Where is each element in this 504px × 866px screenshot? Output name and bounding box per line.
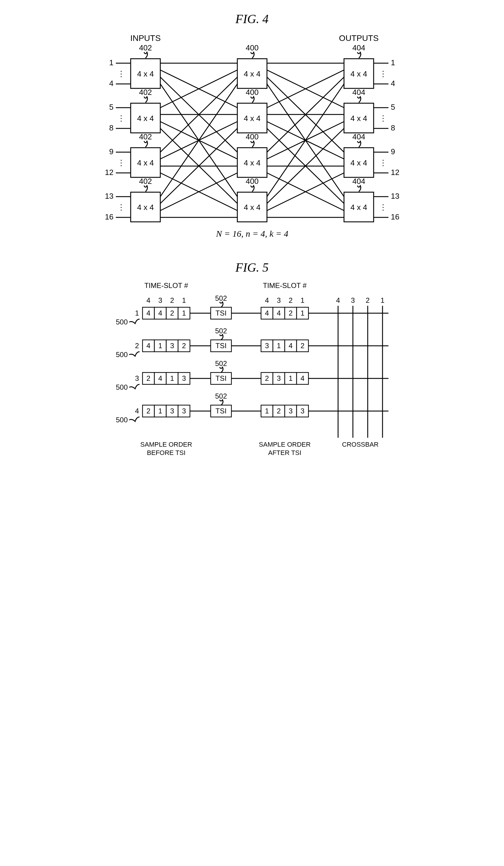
fig5-rows: 15004421502TSI442125004132502TSI31423500… [116, 294, 388, 424]
svg-text:1: 1 [109, 58, 113, 67]
svg-text:1: 1 [300, 309, 304, 317]
svg-text:404: 404 [352, 132, 365, 141]
svg-text:502: 502 [215, 327, 227, 335]
svg-text:3: 3 [289, 407, 293, 415]
svg-text:9: 9 [391, 147, 395, 156]
svg-text:16: 16 [105, 212, 114, 221]
figure-4: FIG. 4 INPUTS OUTPUTS [12, 12, 492, 243]
fig4-svg: INPUTS OUTPUTS [104, 29, 400, 243]
svg-text:2: 2 [366, 296, 369, 304]
before-label-1: SAMPLE ORDER [140, 441, 192, 448]
svg-text:2: 2 [170, 309, 174, 317]
svg-text:⋮: ⋮ [117, 114, 125, 123]
svg-text:4: 4 [277, 309, 280, 317]
crossbar-label: CROSSBAR [342, 441, 378, 448]
svg-text:502: 502 [215, 294, 227, 302]
ts-label-right: TIME-SLOT # [263, 281, 307, 289]
svg-text:404: 404 [352, 88, 365, 97]
ts-header-right: 4 3 2 1 [265, 296, 304, 304]
outputs-label: OUTPUTS [339, 34, 379, 43]
svg-text:13: 13 [105, 192, 114, 200]
svg-text:8: 8 [109, 123, 113, 132]
svg-text:2: 2 [146, 374, 150, 382]
svg-text:4 x 4: 4 x 4 [350, 114, 367, 123]
svg-text:400: 400 [245, 177, 259, 186]
svg-text:3: 3 [170, 407, 174, 415]
svg-text:4 x 4: 4 x 4 [243, 69, 260, 78]
svg-text:500: 500 [116, 351, 127, 358]
svg-text:500: 500 [116, 318, 127, 326]
svg-text:402: 402 [139, 43, 152, 52]
svg-text:4: 4 [391, 79, 395, 88]
svg-text:4: 4 [336, 296, 340, 304]
svg-text:⋮: ⋮ [117, 203, 125, 212]
svg-text:4: 4 [289, 342, 293, 349]
svg-text:4: 4 [146, 296, 150, 304]
svg-text:1: 1 [277, 342, 280, 349]
svg-text:500: 500 [116, 416, 127, 424]
svg-text:400: 400 [245, 88, 259, 97]
crossbar-header: 4 3 2 1 [336, 296, 384, 304]
svg-text:1: 1 [182, 296, 186, 304]
fig5-title: FIG. 5 [12, 260, 492, 275]
svg-text:TSI: TSI [215, 407, 226, 415]
svg-text:8: 8 [391, 123, 395, 132]
svg-text:9: 9 [109, 147, 113, 156]
svg-text:1: 1 [265, 407, 269, 415]
svg-text:2: 2 [146, 407, 150, 415]
svg-text:400: 400 [245, 43, 259, 52]
svg-text:⋮: ⋮ [117, 69, 125, 78]
fig5-svg: TIME-SLOT # TIME-SLOT # 4 3 2 1 4 3 2 1 … [104, 278, 400, 467]
svg-text:13: 13 [391, 192, 399, 200]
svg-text:2: 2 [182, 342, 186, 349]
svg-text:4: 4 [135, 407, 139, 415]
svg-text:402: 402 [139, 177, 152, 186]
svg-text:4 x 4: 4 x 4 [243, 114, 260, 123]
svg-text:502: 502 [215, 359, 227, 367]
svg-text:4 x 4: 4 x 4 [137, 158, 153, 167]
svg-text:402: 402 [139, 88, 152, 97]
svg-text:⋮: ⋮ [379, 203, 387, 212]
svg-text:1: 1 [182, 309, 186, 317]
interconnects-stage1 [160, 63, 237, 218]
svg-text:2: 2 [265, 374, 269, 382]
svg-text:4: 4 [109, 79, 113, 88]
svg-text:⋮: ⋮ [379, 158, 387, 167]
svg-text:4: 4 [265, 296, 269, 304]
svg-text:3: 3 [158, 296, 162, 304]
svg-text:3: 3 [277, 296, 280, 304]
svg-text:3: 3 [265, 342, 269, 349]
svg-text:500: 500 [116, 383, 127, 391]
svg-text:4 x 4: 4 x 4 [137, 114, 153, 123]
svg-text:4: 4 [158, 309, 162, 317]
svg-text:400: 400 [245, 132, 259, 141]
svg-text:2: 2 [135, 342, 139, 349]
svg-text:2: 2 [277, 407, 280, 415]
ts-header-left: 4 3 2 1 [146, 296, 186, 304]
svg-text:4 x 4: 4 x 4 [243, 203, 260, 212]
svg-text:3: 3 [170, 342, 174, 349]
svg-text:TSI: TSI [215, 374, 226, 382]
svg-text:1: 1 [158, 407, 162, 415]
figure-5: FIG. 5 TIME-SLOT # TIME-SLOT # 4 3 2 1 4… [12, 260, 492, 467]
svg-text:4 x 4: 4 x 4 [137, 203, 153, 212]
svg-text:5: 5 [109, 103, 113, 111]
crossbar [338, 306, 382, 438]
svg-text:5: 5 [391, 103, 395, 111]
svg-text:4 x 4: 4 x 4 [350, 69, 367, 78]
svg-text:⋮: ⋮ [379, 69, 387, 78]
svg-text:1: 1 [289, 374, 293, 382]
ts-label-left: TIME-SLOT # [144, 281, 188, 289]
svg-text:4: 4 [146, 309, 150, 317]
svg-text:1: 1 [380, 296, 384, 304]
svg-text:2: 2 [170, 296, 174, 304]
svg-text:4 x 4: 4 x 4 [137, 69, 153, 78]
interconnects-stage2 [267, 63, 344, 218]
svg-text:3: 3 [135, 374, 139, 382]
svg-text:4 x 4: 4 x 4 [350, 203, 367, 212]
svg-text:502: 502 [215, 392, 227, 400]
svg-text:1: 1 [158, 342, 162, 349]
fig4-caption: N = 16, n = 4, k = 4 [215, 229, 288, 238]
svg-text:4: 4 [265, 309, 269, 317]
svg-text:2: 2 [289, 309, 293, 317]
